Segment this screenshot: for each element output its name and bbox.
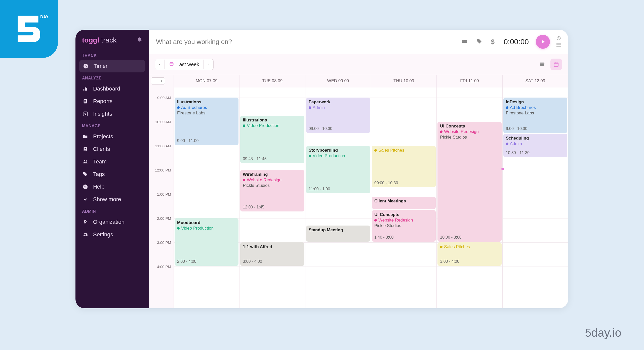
sidebar-item-label: Tags: [93, 171, 105, 178]
event-title: 1:1 with Alfred: [243, 244, 302, 249]
calendar-event[interactable]: Standup Meeting: [306, 226, 370, 242]
calendar-event[interactable]: IllustrationsVideo Production09:45 - 11:…: [240, 116, 304, 163]
sidebar-item-label: Show more: [93, 196, 121, 203]
event-time: 3:00 - 4:00: [440, 259, 499, 264]
sidebar-item-reports[interactable]: Reports: [75, 95, 149, 108]
time-gutter: − + 9:00 AM10:00 AM11:00 AM12:00 PM1:00 …: [149, 75, 174, 308]
calendar-event[interactable]: StoryboardingVideo Production11:00 - 1:0…: [306, 146, 370, 193]
event-title: Illustrations: [243, 118, 302, 123]
sidebar-item-clients[interactable]: Clients: [75, 143, 149, 155]
event-project: Website Redesign: [243, 178, 302, 183]
svg-rect-20: [554, 63, 558, 67]
day-column[interactable]: Sales Pitches09:00 - 10:30Client Meeting…: [371, 88, 436, 308]
time-label: 2:00 PM: [157, 216, 171, 221]
person-icon: [82, 146, 89, 152]
prev-week-button[interactable]: ‹: [155, 60, 165, 69]
calendar-event[interactable]: Sales Pitches09:00 - 10:30: [372, 146, 436, 187]
time-label: 9:00 AM: [157, 96, 171, 100]
sidebar-item-organization[interactable]: Organization: [75, 216, 149, 228]
svg-rect-4: [86, 88, 87, 91]
event-title: Standup Meeting: [309, 228, 368, 233]
day-column[interactable]: IllustrationsVideo Production09:45 - 11:…: [239, 88, 305, 308]
tag-icon: [82, 171, 89, 177]
calendar-event[interactable]: UI ConceptsWebsite RedesignPickle Studio…: [437, 122, 501, 242]
svg-rect-14: [556, 43, 561, 43]
calendar-event[interactable]: InDesignAd BrochuresFirestone Labs9:00 -…: [503, 98, 567, 133]
sidebar-item-projects[interactable]: Projects: [75, 130, 149, 143]
sidebar-section-label: ANALYZE: [75, 72, 149, 82]
calendar-event[interactable]: MoodboardVideo Production2:00 - 4:00: [175, 218, 238, 266]
day-column[interactable]: PaperworkAdmin09:00 - 10:30Storyboarding…: [305, 88, 371, 308]
event-title: Moodboard: [177, 220, 236, 225]
topbar: $ 0:00:00: [149, 30, 568, 54]
start-timer-button[interactable]: [536, 35, 550, 49]
bell-icon[interactable]: [137, 37, 142, 43]
sidebar-item-timer[interactable]: Timer: [79, 60, 145, 72]
event-client: Firestone Labs: [177, 111, 236, 116]
event-project: Website Redesign: [374, 218, 433, 223]
folder-icon[interactable]: [460, 38, 470, 45]
sidebar-item-dashboard[interactable]: Dashboard: [75, 82, 149, 95]
day-column[interactable]: UI ConceptsWebsite RedesignPickle Studio…: [436, 88, 502, 308]
event-time: 12:00 - 1:45: [243, 205, 302, 209]
calendar: − + 9:00 AM10:00 AM11:00 AM12:00 PM1:00 …: [149, 75, 568, 308]
calendar-event[interactable]: UI ConceptsWebsite RedesignPickle Studio…: [372, 210, 436, 242]
event-project: Ad Brochures: [177, 105, 236, 110]
calendar-event[interactable]: 1:1 with Alfred3:00 - 4:00: [240, 242, 304, 266]
calendar-event[interactable]: Sales Pitches3:00 - 4:00: [437, 242, 501, 266]
next-week-button[interactable]: ›: [204, 60, 213, 69]
svg-text:?: ?: [84, 185, 86, 189]
event-project: Sales Pitches: [440, 244, 499, 249]
calendar-event[interactable]: PaperworkAdmin09:00 - 10:30: [306, 98, 370, 133]
sidebar-item-show-more[interactable]: Show more: [75, 193, 149, 206]
sidebar-item-label: Timer: [94, 63, 107, 69]
bar-chart-icon: [82, 86, 89, 92]
sidebar-item-label: Insights: [93, 111, 112, 117]
time-label: 1:00 PM: [157, 192, 171, 196]
sidebar-item-label: Team: [93, 158, 107, 165]
sidebar-section-label: TRACK: [75, 50, 149, 60]
zoom-in-button[interactable]: +: [158, 77, 165, 84]
day-header: WED 09.09: [305, 75, 371, 88]
svg-rect-16: [556, 46, 561, 47]
calendar-event[interactable]: IllustrationsAd BrochuresFirestone Labs9…: [175, 98, 238, 145]
billable-icon[interactable]: $: [489, 38, 496, 46]
pulse-icon: [82, 111, 89, 117]
zoom-out-button[interactable]: −: [151, 77, 158, 84]
gear-icon: [82, 232, 89, 237]
app-window: toggl track TRACKTimerANALYZEDashboardRe…: [75, 30, 568, 308]
footer-brand: 5day.io: [585, 326, 621, 339]
timer-description-input[interactable]: [156, 38, 455, 46]
rocket-icon: [82, 219, 89, 225]
calendar-event[interactable]: WireframingWebsite RedesignPickle Studio…: [240, 170, 304, 211]
sidebar-item-settings[interactable]: Settings: [75, 228, 149, 241]
day-header: THU 10.09: [371, 75, 436, 88]
menu-icon[interactable]: [556, 43, 561, 48]
event-time: 9:00 - 10:30: [506, 126, 565, 131]
sidebar-item-help[interactable]: ?Help: [75, 181, 149, 193]
day-column[interactable]: InDesignAd BrochuresFirestone Labs9:00 -…: [502, 88, 568, 308]
tag-icon[interactable]: [474, 38, 484, 45]
svg-point-10: [86, 160, 87, 162]
help-icon: ?: [82, 184, 89, 190]
sidebar-item-team[interactable]: Team: [75, 155, 149, 168]
manual-mode-icon[interactable]: [556, 36, 561, 41]
sidebar-item-insights[interactable]: Insights: [75, 108, 149, 120]
event-project: Admin: [309, 105, 368, 110]
sidebar-item-tags[interactable]: Tags: [75, 168, 149, 181]
event-project: Video Production: [177, 226, 236, 231]
current-time-indicator: [503, 169, 568, 169]
calendar-view-button[interactable]: [550, 59, 562, 70]
list-view-button[interactable]: [536, 59, 548, 70]
svg-point-9: [84, 160, 86, 162]
calendar-event[interactable]: SchedulingAdmin10:30 - 11:30: [503, 134, 567, 157]
calendar-grid: MON 07.09TUE 08.09WED 09.09THU 10.09FRI …: [174, 75, 568, 308]
event-client: Firestone Labs: [506, 111, 565, 116]
date-range-button[interactable]: Last week: [165, 59, 204, 70]
clock-icon: [83, 63, 89, 69]
day-column[interactable]: IllustrationsAd BrochuresFirestone Labs9…: [174, 88, 239, 308]
calendar-event[interactable]: Client Meetings: [372, 197, 436, 209]
event-project: Video Production: [243, 123, 302, 128]
event-time: 11:00 - 1:00: [309, 187, 368, 191]
folder-icon: [82, 134, 89, 139]
